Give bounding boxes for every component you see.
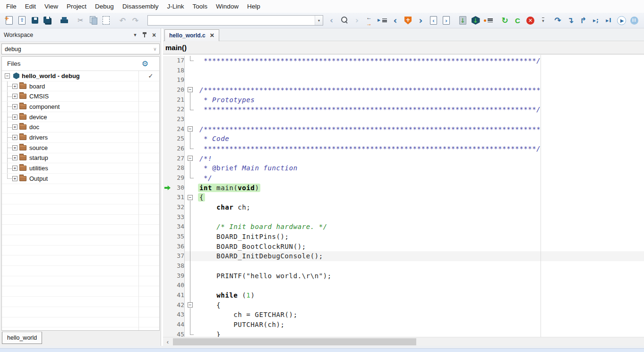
menu-disassembly[interactable]: Disassembly — [118, 0, 163, 13]
breakpoint-gutter[interactable] — [163, 281, 172, 290]
tree-item-component[interactable]: +component — [2, 102, 159, 112]
find-previous-icon[interactable]: ‹ — [325, 14, 338, 26]
go-icon[interactable]: ▶ — [615, 14, 628, 26]
close-icon[interactable]: × — [149, 30, 159, 40]
breakpoint-gutter[interactable] — [163, 242, 172, 252]
download-and-debug-icon[interactable]: ↓ — [469, 14, 482, 26]
tree-item-cmsis[interactable]: +CMSIS — [2, 91, 159, 102]
breakpoint-gutter[interactable] — [163, 95, 172, 105]
toolbar-overflow-button[interactable]: ▾ — [537, 14, 550, 26]
open-document-icon[interactable]: ⇧ — [16, 14, 28, 26]
undo-icon[interactable]: ↶ — [116, 14, 129, 26]
download-icon[interactable]: ↓ — [456, 14, 469, 26]
find-combobox[interactable]: ▾ — [147, 15, 323, 26]
step-out-icon[interactable]: ↱ — [577, 14, 590, 26]
previous-document-icon[interactable]: ‹ — [427, 14, 440, 26]
collapse-box-icon[interactable]: − — [5, 73, 10, 79]
fold-collapse-icon[interactable]: − — [188, 156, 193, 161]
reset-icon[interactable]: ↻ — [498, 14, 511, 26]
breakpoint-gutter[interactable] — [163, 124, 172, 134]
run-to-cursor-icon[interactable]: ▸I — [602, 14, 615, 26]
scroll-left-button[interactable]: ‹ — [163, 338, 172, 346]
workspace-tab-hello-world[interactable]: hello_world — [2, 332, 42, 344]
tree-item-board[interactable]: +board — [2, 81, 159, 92]
step-into-icon[interactable]: ↴ — [564, 14, 577, 26]
gear-icon[interactable]: ⚙ — [142, 59, 159, 68]
menu-view[interactable]: View — [40, 0, 62, 13]
paste-icon[interactable] — [100, 14, 112, 26]
breakpoint-gutter[interactable] — [163, 114, 172, 124]
search-icon[interactable] — [338, 14, 351, 26]
breakpoint-gutter[interactable] — [163, 173, 172, 183]
fold-marker[interactable]: − — [187, 124, 194, 134]
breakpoint-gutter[interactable] — [163, 134, 172, 144]
new-document-icon[interactable]: + — [3, 14, 16, 26]
breakpoint-gutter[interactable] — [163, 290, 172, 300]
navigate-forward-icon[interactable]: › — [414, 14, 427, 26]
breakpoint-gutter[interactable] — [163, 330, 172, 337]
fold-marker[interactable]: − — [187, 193, 194, 202]
menu-project[interactable]: Project — [62, 0, 91, 13]
fold-marker[interactable]: − — [187, 154, 194, 164]
save-all-icon[interactable] — [41, 14, 54, 26]
breakpoint-gutter[interactable] — [163, 144, 172, 154]
break-icon[interactable]: C — [511, 14, 524, 26]
menu-j-link[interactable]: J-Link — [163, 0, 188, 13]
tree-item-startup[interactable]: +startup — [2, 153, 159, 164]
debug-options-list-icon[interactable] — [482, 14, 495, 26]
goto-function-icon[interactable] — [376, 14, 389, 26]
fold-collapse-icon[interactable]: − — [188, 302, 193, 308]
breakpoint-gutter[interactable] — [163, 320, 172, 330]
menu-file[interactable]: File — [2, 0, 21, 13]
breakpoint-gutter[interactable] — [163, 85, 172, 95]
find-next-icon[interactable]: › — [351, 14, 363, 26]
menu-help[interactable]: Help — [243, 0, 265, 13]
copy-icon[interactable] — [87, 14, 100, 26]
tree-item-drivers[interactable]: +drivers — [2, 132, 159, 143]
toggle-breakpoint-shield-icon[interactable]: + — [402, 14, 414, 26]
next-statement-icon[interactable]: ▸; — [590, 14, 602, 26]
breakpoint-gutter[interactable] — [163, 212, 172, 222]
tree-item-project[interactable]: −hello_world - debug✓ — [2, 71, 159, 81]
breakpoint-gutter[interactable] — [163, 300, 172, 310]
close-icon[interactable]: ✕ — [210, 32, 215, 39]
chevron-down-icon[interactable]: ▼ — [130, 30, 140, 40]
code-editor[interactable]: 17 *************************************… — [163, 55, 644, 337]
redo-icon[interactable]: ↷ — [129, 14, 142, 26]
menu-debug[interactable]: Debug — [91, 0, 118, 13]
fold-marker[interactable]: − — [187, 300, 194, 310]
step-over-icon[interactable]: ↷ — [551, 14, 564, 26]
pin-icon[interactable] — [140, 30, 149, 40]
tree-item-doc[interactable]: +doc — [2, 122, 159, 132]
document-tab[interactable]: hello_world.c ✕ — [164, 29, 219, 41]
breakpoint-gutter[interactable] — [163, 202, 172, 212]
breakpoint-gutter[interactable] — [163, 56, 172, 66]
print-icon[interactable] — [58, 14, 70, 26]
breakpoint-gutter[interactable] — [163, 193, 172, 202]
stop-debugging-icon[interactable]: ✕ — [524, 14, 537, 26]
chevron-down-icon[interactable]: ▾ — [315, 16, 323, 25]
menu-tools[interactable]: Tools — [188, 0, 212, 13]
breakpoint-gutter[interactable] — [163, 66, 172, 76]
menu-window[interactable]: Window — [212, 0, 243, 13]
scrollbar-thumb[interactable] — [173, 338, 416, 345]
next-document-icon[interactable]: › — [440, 14, 453, 26]
breakpoint-gutter[interactable] — [163, 310, 172, 320]
tree-item-utilities[interactable]: +utilities — [2, 163, 159, 174]
fold-collapse-icon[interactable]: − — [188, 195, 193, 200]
tree-item-output[interactable]: +Output — [2, 174, 159, 184]
breakpoint-gutter[interactable] — [163, 271, 172, 281]
fold-marker[interactable]: − — [187, 85, 194, 95]
cut-icon[interactable]: ✂ — [74, 14, 87, 26]
breakpoint-gutter[interactable] — [163, 261, 172, 271]
tree-item-source[interactable]: +source — [2, 143, 159, 153]
function-navigation-bar[interactable]: main() — [163, 41, 644, 54]
breakpoint-gutter[interactable] — [163, 251, 172, 261]
breakpoint-gutter[interactable] — [163, 232, 172, 242]
navigate-back-icon[interactable]: ‹ — [389, 14, 402, 26]
swap-arrows-icon[interactable] — [363, 14, 376, 26]
break-pause-icon[interactable]: II — [628, 14, 641, 26]
breakpoint-gutter[interactable] — [163, 183, 172, 193]
tree-item-device[interactable]: +device — [2, 112, 159, 123]
breakpoint-gutter[interactable] — [163, 75, 172, 85]
